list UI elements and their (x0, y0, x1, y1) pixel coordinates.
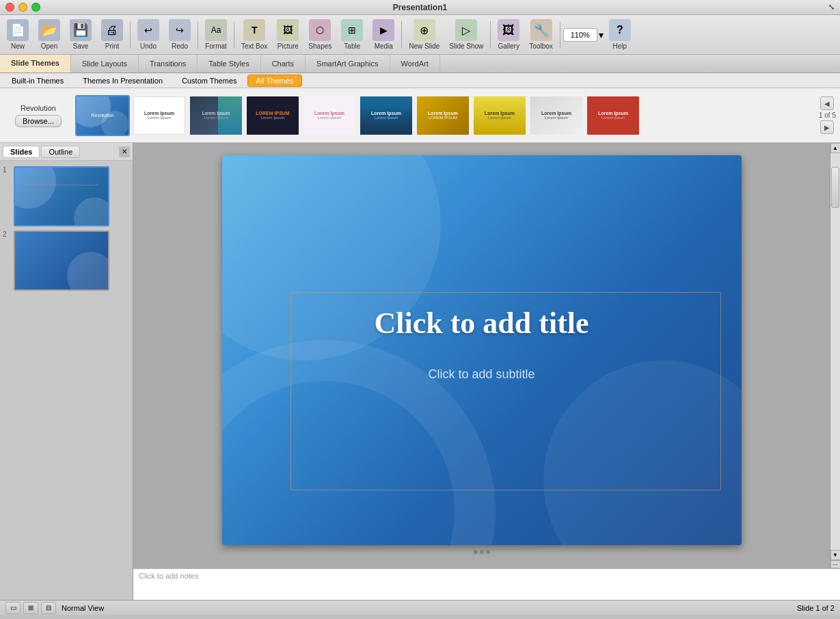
theme-thumb-yellow[interactable]: Lorem Ipsum Lorem ipsum (472, 95, 527, 136)
close-panel-button[interactable]: ✕ (119, 146, 130, 157)
new-button[interactable]: 📄 New (3, 18, 33, 51)
tab-wordart[interactable]: WordArt (390, 55, 440, 73)
slide-panel-header: Slides Outline ✕ (0, 143, 133, 161)
separator-2 (198, 21, 198, 49)
zoom-dropdown-icon[interactable]: ▾ (599, 29, 604, 40)
gallery-icon: 🖼 (498, 19, 519, 41)
tab-slide-layouts[interactable]: Slide Layouts (71, 55, 139, 73)
browse-button[interactable]: Browse... (15, 115, 62, 127)
media-icon: ▶ (372, 19, 394, 41)
vertical-scrollbar: ▲ ▼ ⋯ (830, 143, 840, 568)
list-item[interactable]: 2 (3, 231, 130, 291)
theme-thumb-revolution[interactable]: Revolution (75, 95, 130, 136)
format-label: Format (205, 42, 227, 50)
slideshow-button[interactable]: ▷ Slide Show (445, 18, 487, 51)
print-button[interactable]: 🖨 Print (97, 18, 127, 51)
table-button[interactable]: ⊞ Table (337, 18, 367, 51)
maximize-button[interactable] (31, 3, 40, 12)
undo-button[interactable]: ↩ Undo (133, 18, 163, 51)
gallery-next-button[interactable]: ▶ (820, 120, 834, 134)
theme-tab-in-presentation[interactable]: Themes In Presentation (74, 75, 172, 87)
theme-thumb-paint[interactable]: Lorem Ipsum LOREM IPSUM (416, 95, 470, 136)
ribbon-tabs: Slide Themes Slide Layouts Transitions T… (0, 55, 840, 73)
minimize-button[interactable] (18, 3, 27, 12)
slide-title-placeholder[interactable]: Click to add title (222, 306, 742, 341)
grid-view-button[interactable]: ⊞ (23, 602, 38, 614)
scroll-thumb[interactable] (831, 167, 839, 208)
zoom-control: ▾ (563, 28, 604, 42)
shapes-button[interactable]: ⬡ Shapes (304, 18, 336, 51)
theme-subtabs: Built-in Themes Themes In Presentation C… (0, 73, 840, 88)
slideshow-icon: ▷ (455, 19, 477, 41)
theme-tab-builtin[interactable]: Built-in Themes (3, 75, 72, 87)
theme-thumb-gray[interactable]: Lorem Ipsum Lorem ipsum (529, 95, 584, 136)
gallery-page-label: 1 of 5 (819, 111, 836, 119)
scroll-resize[interactable]: ⋯ (830, 560, 841, 568)
help-icon: ? (609, 19, 631, 41)
save-button[interactable]: 💾 Save (66, 18, 96, 51)
gallery-prev-button[interactable]: ◀ (820, 96, 834, 110)
tab-charts[interactable]: Charts (261, 55, 306, 73)
close-button[interactable] (5, 3, 14, 12)
tab-table-styles[interactable]: Table Styles (198, 55, 260, 73)
table-label: Table (344, 42, 360, 50)
presenter-view-button[interactable]: ⊟ (41, 602, 56, 614)
scroll-up-button[interactable]: ▲ (830, 143, 841, 153)
new-icon: 📄 (7, 19, 29, 41)
titlebar: Presentation1 ⤡ (0, 0, 840, 15)
help-label: Help (613, 42, 627, 50)
slide-subtitle-placeholder[interactable]: Click to add subtitle (222, 367, 742, 382)
slide-canvas-area: Click to add title Click to add subtitle… (133, 143, 840, 600)
theme-thumb-nature[interactable]: Lorem Ipsum Lorem ipsum (359, 95, 414, 136)
open-button[interactable]: 📂 Open (34, 18, 64, 51)
gallery-label: Gallery (498, 42, 520, 50)
resize-handle: ⤡ (828, 3, 835, 12)
slide-thumbnail-1[interactable] (14, 166, 109, 226)
theme-thumb-plain[interactable]: Lorem Ipsum Lorem ipsum (132, 95, 187, 136)
slides-tab[interactable]: Slides (3, 146, 40, 158)
picture-button[interactable]: 🖼 Picture (273, 18, 303, 51)
gallery-nav: ◀ 1 of 5 ▶ (819, 96, 836, 134)
normal-view-button[interactable]: ▭ (5, 602, 21, 614)
print-label: Print (105, 42, 120, 50)
theme-gallery: Revolution Browse... Revolution Lorem Ip… (0, 88, 840, 143)
scroll-track[interactable] (830, 153, 840, 550)
toolbox-button[interactable]: 🔧 Toolbox (525, 18, 556, 51)
print-icon: 🖨 (101, 19, 123, 41)
notes-area[interactable]: Click to add notes (133, 568, 840, 600)
tab-smartart[interactable]: SmartArt Graphics (306, 55, 390, 73)
zoom-input[interactable] (563, 28, 597, 42)
new-slide-button[interactable]: ⊕ New Slide (405, 18, 444, 51)
theme-thumb-orange-text[interactable]: LOREM IPSUM Lorem Ipsum (245, 95, 300, 136)
theme-tab-custom[interactable]: Custom Themes (173, 75, 246, 87)
help-button[interactable]: ? Help (605, 18, 635, 51)
theme-tab-all[interactable]: All Themes (247, 75, 303, 87)
gallery-button[interactable]: 🖼 Gallery (493, 18, 524, 51)
window-title: Presentation1 (393, 3, 447, 12)
theme-thumb-pink[interactable]: Lorem Ipsum Lorem ipsum (302, 95, 357, 136)
slide-panel: Slides Outline ✕ 1 2 (0, 143, 133, 600)
slide-number-1: 1 (3, 166, 11, 174)
format-button[interactable]: Aa Format (201, 18, 231, 51)
toolbox-icon: 🔧 (530, 19, 552, 41)
list-item[interactable]: 1 (3, 166, 130, 226)
tab-slide-themes[interactable]: Slide Themes (0, 55, 71, 73)
slideshow-label: Slide Show (449, 42, 483, 50)
outline-tab[interactable]: Outline (41, 146, 80, 158)
theme-thumb-red[interactable]: Lorem Ipsum Lorem ipsum (586, 95, 640, 136)
new-slide-label: New Slide (409, 42, 439, 50)
theme-gallery-section: Revolution Browse... (4, 104, 72, 127)
slide-canvas[interactable]: Click to add title Click to add subtitle (222, 155, 742, 545)
redo-button[interactable]: ↪ Redo (165, 18, 195, 51)
separator-6 (560, 21, 560, 49)
scroll-down-button[interactable]: ▼ (830, 550, 841, 560)
theme-thumb-dark-photo[interactable]: Lorem Ipsum Lorem Ipsum (189, 95, 243, 136)
status-bar: ▭ ⊞ ⊟ Normal View Slide 1 of 2 (0, 600, 840, 615)
tab-transitions[interactable]: Transitions (139, 55, 198, 73)
picture-icon: 🖼 (277, 19, 299, 41)
media-button[interactable]: ▶ Media (368, 18, 398, 51)
textbox-button[interactable]: T Text Box (237, 18, 271, 51)
main-area: Slides Outline ✕ 1 2 (0, 143, 840, 600)
slide-thumbnail-2[interactable] (14, 231, 109, 291)
separator-4 (401, 21, 402, 49)
